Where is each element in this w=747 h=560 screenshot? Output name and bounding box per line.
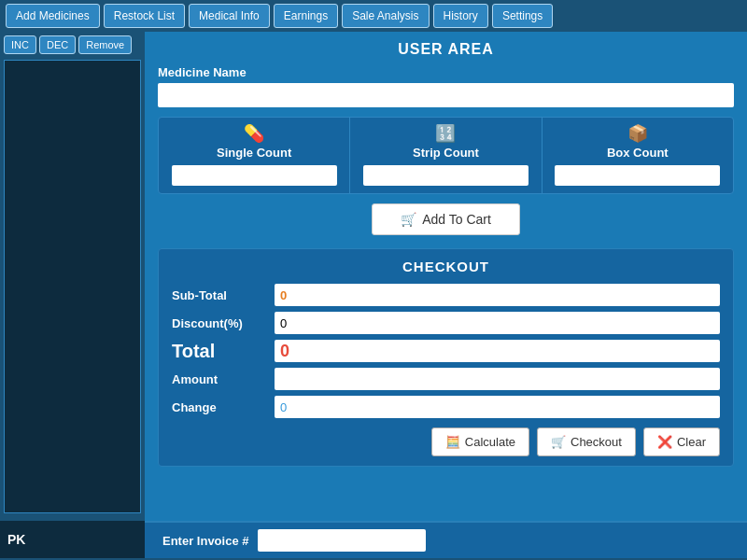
subtotal-label: Sub-Total bbox=[172, 288, 275, 302]
medical-info-btn[interactable]: Medical Info bbox=[189, 4, 270, 28]
box-count-input[interactable] bbox=[555, 165, 720, 186]
clear-icon: ❌ bbox=[657, 435, 672, 449]
strip-count-col: 🔢 Strip Count bbox=[350, 118, 542, 193]
remove-button[interactable]: Remove bbox=[78, 35, 132, 54]
checkout-section: CHECKOUT Sub-Total Discount(%) Total Amo… bbox=[158, 248, 734, 467]
single-count-icon: 💊 bbox=[162, 123, 345, 144]
strip-count-input[interactable] bbox=[363, 165, 529, 186]
calculate-icon: 🧮 bbox=[445, 435, 460, 449]
main-layout: INC DEC Remove USER AREA Medicine Name 💊… bbox=[0, 32, 747, 521]
checkout-icon: 🛒 bbox=[551, 435, 566, 449]
sale-analysis-btn[interactable]: Sale Analysis bbox=[342, 4, 429, 28]
discount-label: Discount(%) bbox=[172, 316, 275, 330]
sidebar-list bbox=[4, 60, 141, 513]
discount-input[interactable] bbox=[275, 312, 720, 334]
total-row: Total bbox=[172, 340, 720, 362]
cart-icon: 🛒 bbox=[401, 212, 416, 227]
add-to-cart-wrap: 🛒 Add To Cart bbox=[158, 203, 734, 235]
strip-count-label: Strip Count bbox=[354, 146, 537, 160]
add-to-cart-button[interactable]: 🛒 Add To Cart bbox=[372, 203, 520, 235]
strip-count-icon: 🔢 bbox=[354, 123, 537, 144]
calculate-button[interactable]: 🧮 Calculate bbox=[431, 427, 529, 456]
single-count-label: Single Count bbox=[162, 146, 345, 160]
subtotal-row: Sub-Total bbox=[172, 284, 720, 306]
discount-row: Discount(%) bbox=[172, 312, 720, 334]
change-label: Change bbox=[172, 400, 275, 414]
checkout-title: CHECKOUT bbox=[172, 259, 720, 274]
history-btn[interactable]: History bbox=[433, 4, 488, 28]
calculate-label: Calculate bbox=[465, 435, 515, 449]
clear-button[interactable]: ❌ Clear bbox=[643, 427, 720, 456]
checkout-button[interactable]: 🛒 Checkout bbox=[537, 427, 636, 456]
total-label: Total bbox=[172, 341, 275, 362]
restock-list-btn[interactable]: Restock List bbox=[104, 4, 185, 28]
single-count-col: 💊 Single Count bbox=[159, 118, 350, 193]
invoice-label: Enter Invoice # bbox=[162, 534, 248, 548]
bottom-bar: PK Enter Invoice # bbox=[0, 521, 747, 558]
sidebar: INC DEC Remove bbox=[0, 32, 145, 521]
user-area-title: USER AREA bbox=[158, 41, 734, 58]
checkout-label: Checkout bbox=[571, 435, 622, 449]
change-row: Change bbox=[172, 396, 720, 418]
checkout-buttons: 🧮 Calculate 🛒 Checkout ❌ Clear bbox=[172, 427, 720, 456]
medicine-name-label: Medicine Name bbox=[158, 65, 734, 79]
pk-text: PK bbox=[7, 532, 25, 547]
content-area: USER AREA Medicine Name 💊 Single Count 🔢… bbox=[145, 32, 747, 521]
invoice-input[interactable] bbox=[258, 529, 426, 552]
inc-button[interactable]: INC bbox=[4, 35, 36, 54]
subtotal-input[interactable] bbox=[275, 284, 720, 306]
medicine-name-input[interactable] bbox=[158, 83, 734, 107]
single-count-input[interactable] bbox=[172, 165, 337, 186]
total-input[interactable] bbox=[275, 340, 720, 362]
dec-button[interactable]: DEC bbox=[39, 35, 76, 54]
add-medicines-btn[interactable]: Add Medicines bbox=[6, 4, 100, 28]
amount-input[interactable] bbox=[275, 368, 720, 390]
add-to-cart-label: Add To Cart bbox=[422, 212, 491, 227]
box-count-col: 📦 Box Count bbox=[543, 118, 733, 193]
sidebar-controls: INC DEC Remove bbox=[4, 35, 141, 54]
amount-label: Amount bbox=[172, 372, 275, 386]
count-section: 💊 Single Count 🔢 Strip Count 📦 Box Count bbox=[158, 117, 734, 194]
box-count-icon: 📦 bbox=[546, 123, 729, 144]
top-navigation: Add Medicines Restock List Medical Info … bbox=[0, 0, 747, 32]
change-input[interactable] bbox=[275, 396, 720, 418]
amount-row: Amount bbox=[172, 368, 720, 390]
clear-label: Clear bbox=[677, 435, 706, 449]
pk-logo: PK bbox=[0, 521, 145, 558]
box-count-label: Box Count bbox=[546, 146, 729, 160]
settings-btn[interactable]: Settings bbox=[492, 4, 553, 28]
earnings-btn[interactable]: Earnings bbox=[274, 4, 338, 28]
